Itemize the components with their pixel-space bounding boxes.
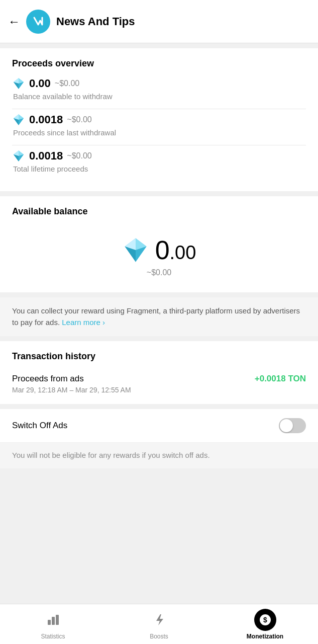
- since-withdrawal-amount: 0.0018: [29, 113, 63, 126]
- statistics-icon: [46, 613, 60, 627]
- proceeds-item-lifetime: 0.0018 ~$0.00 Total lifetime proceeds: [12, 149, 306, 173]
- boosts-nav-label: Boosts: [150, 633, 168, 640]
- fragment-info-box: You can collect your reward using Fragme…: [0, 297, 318, 336]
- lifetime-label: Total lifetime proceeds: [13, 165, 306, 173]
- divider-2: [12, 145, 306, 145]
- app-logo: [26, 10, 50, 34]
- svg-text:$: $: [263, 616, 267, 624]
- switch-ads-toggle[interactable]: [279, 418, 306, 433]
- diamond-icon-3: [12, 149, 25, 163]
- learn-more-link[interactable]: Learn more ›: [62, 318, 105, 327]
- since-withdrawal-approx: ~$0.00: [67, 115, 91, 124]
- balance-label: Balance available to withdraw: [13, 92, 306, 101]
- monetization-icon-wrap: $: [254, 609, 276, 631]
- balance-approx: ~$0.00: [55, 79, 79, 88]
- diamond-icon-large: [122, 236, 149, 264]
- proceeds-item-balance: 0.00 ~$0.00 Balance available to withdra…: [12, 77, 306, 101]
- proceeds-item-since-withdrawal: 0.0018 ~$0.00 Proceeds since last withdr…: [12, 113, 306, 137]
- divider-1: [12, 109, 306, 109]
- transaction-history-section: Transaction history Proceeds from ads Ma…: [0, 341, 318, 404]
- fragment-info-text: You can collect your reward using Fragme…: [12, 306, 300, 327]
- balance-usd-approx: ~$0.00: [147, 268, 171, 277]
- since-withdrawal-label: Proceeds since last withdrawal: [13, 128, 306, 137]
- boosts-icon-wrap: [148, 609, 170, 631]
- diamond-icon-1: [12, 77, 25, 90]
- lifetime-approx: ~$0.00: [67, 151, 91, 160]
- back-button[interactable]: ←: [8, 15, 20, 29]
- available-balance-title: Available balance: [12, 206, 306, 217]
- transaction-amount: +0.0018 TON: [255, 374, 306, 384]
- svg-rect-20: [48, 620, 51, 625]
- page-title: News And Tips: [56, 15, 135, 28]
- statistics-icon-wrap: [42, 609, 64, 631]
- monetization-icon: $: [258, 613, 272, 627]
- svg-rect-21: [52, 617, 55, 625]
- sidebar-item-statistics[interactable]: Statistics: [0, 604, 106, 644]
- lifetime-amount: 0.0018: [29, 149, 63, 163]
- transaction-info: Proceeds from ads Mar 29, 12:18 AM – Mar…: [12, 374, 131, 394]
- proceeds-overview-title: Proceeds overview: [12, 58, 306, 69]
- balance-whole: 0.00: [155, 235, 196, 265]
- available-balance-section: Available balance 0.00 ~$0.00: [0, 196, 318, 292]
- app-header: ← News And Tips: [0, 0, 318, 43]
- svg-rect-22: [56, 615, 59, 625]
- diamond-icon-2: [12, 113, 25, 126]
- sidebar-item-monetization[interactable]: $ Monetization: [212, 604, 318, 644]
- ads-warning-text: You will not be eligible for any rewards…: [12, 451, 210, 459]
- switch-ads-label: Switch Off Ads: [12, 421, 67, 431]
- statistics-nav-label: Statistics: [41, 633, 65, 640]
- bottom-navigation: Statistics Boosts $ Monetization: [0, 604, 318, 644]
- switch-ads-section: Switch Off Ads: [0, 409, 318, 442]
- transaction-history-title: Transaction history: [12, 351, 306, 362]
- proceeds-overview-section: Proceeds overview 0.00 ~$0.00 Balance av…: [0, 48, 318, 191]
- transaction-title: Proceeds from ads: [12, 374, 131, 384]
- monetization-nav-label: Monetization: [247, 633, 283, 640]
- boosts-icon: [152, 613, 166, 627]
- ads-warning-box: You will not be eligible for any rewards…: [0, 443, 318, 468]
- balance-amount: 0.00: [29, 77, 51, 90]
- transaction-date: Mar 29, 12:18 AM – Mar 29, 12:55 AM: [12, 386, 131, 394]
- sidebar-item-boosts[interactable]: Boosts: [106, 604, 212, 644]
- balance-display: 0.00 ~$0.00: [12, 225, 306, 282]
- table-row: Proceeds from ads Mar 29, 12:18 AM – Mar…: [12, 370, 306, 394]
